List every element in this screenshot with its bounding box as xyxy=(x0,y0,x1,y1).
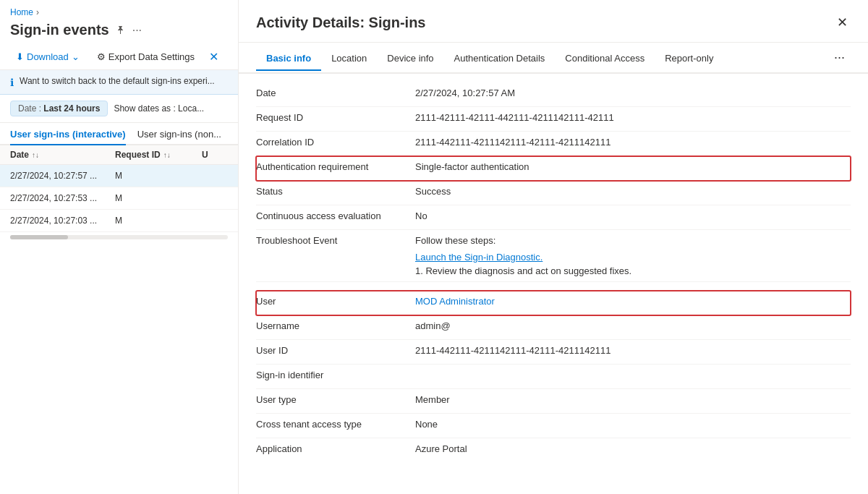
gear-icon: ⚙ xyxy=(97,51,106,62)
panel-tab-report-only[interactable]: Report-only xyxy=(655,46,723,71)
detail-value-user-id: 2111-442111-4211142111-42111-4211142111 xyxy=(415,345,851,356)
table-row[interactable]: 2/27/2024, 10:27:53 ... M xyxy=(0,187,238,210)
detail-label-date: Date xyxy=(256,88,415,98)
detail-label-request-id: Request ID xyxy=(256,112,415,123)
scrollbar-thumb xyxy=(10,235,68,239)
col-header-date: Date ↑↓ xyxy=(10,150,115,160)
cell-date: 2/27/2024, 10:27:57 ... xyxy=(10,171,115,181)
breadcrumb-home[interactable]: Home xyxy=(10,7,33,17)
detail-value-cross-tenant: None xyxy=(415,419,851,430)
detail-value-user-type: Member xyxy=(415,394,851,405)
date-filter-pill[interactable]: Date : Last 24 hours xyxy=(10,101,108,116)
detail-value-date: 2/27/2024, 10:27:57 AM xyxy=(415,88,851,98)
panel-tab-conditional-access[interactable]: Conditional Access xyxy=(555,46,655,71)
detail-row-application: Application Azure Portal xyxy=(256,438,851,463)
panel-tab-device[interactable]: Device info xyxy=(377,46,443,71)
pin-icon[interactable]: 🖈 xyxy=(115,24,127,37)
detail-row-signin-identifier: Sign-in identifier xyxy=(256,365,851,389)
page-title: Sign-in events xyxy=(10,22,109,38)
detail-row-user-id: User ID 2111-442111-4211142111-42111-421… xyxy=(256,340,851,365)
download-icon: ⬇ xyxy=(16,51,24,62)
horizontal-scrollbar[interactable] xyxy=(0,232,238,242)
show-dates-text: Show dates as : Loca... xyxy=(114,103,204,114)
close-panel-button[interactable]: ✕ xyxy=(834,12,851,33)
more-options-icon[interactable]: ··· xyxy=(132,24,142,37)
detail-row-user: User MOD Administrator xyxy=(256,291,851,315)
table-row[interactable]: 2/27/2024, 10:27:03 ... M xyxy=(0,210,238,232)
detail-label-user: User xyxy=(256,296,415,307)
panel-tab-location[interactable]: Location xyxy=(321,46,377,71)
panel-title: Activity Details: Sign-ins xyxy=(256,14,426,31)
panel-tabs-more-icon[interactable]: ··· xyxy=(828,43,851,72)
detail-row-request-id: Request ID 2111-42111-42111-442111-42111… xyxy=(256,107,851,132)
detail-row-username: Username admin@ xyxy=(256,315,851,340)
detail-value-username: admin@ xyxy=(415,320,851,331)
download-button[interactable]: ⬇ Download ⌄ xyxy=(10,48,85,65)
detail-label-username: Username xyxy=(256,320,415,331)
detail-value-continuous-access: No xyxy=(415,210,851,221)
troubleshoot-step: 1. Review the diagnosis and act on sugge… xyxy=(415,265,851,276)
scrollbar-track xyxy=(10,235,228,239)
detail-row-continuous-access: Continuous access evaluation No xyxy=(256,205,851,230)
breadcrumb-separator: › xyxy=(36,7,39,17)
detail-row-auth-requirement: Authentication requirement Single-factor… xyxy=(256,156,851,181)
detail-value-auth-requirement: Single-factor authentication xyxy=(415,161,851,172)
table-row[interactable]: 2/27/2024, 10:27:57 ... M xyxy=(0,165,238,187)
detail-value-status: Success xyxy=(415,186,851,197)
detail-row-date: Date 2/27/2024, 10:27:57 AM xyxy=(256,82,851,107)
detail-row-troubleshoot: Troubleshoot Event Follow these steps: L… xyxy=(256,230,851,282)
detail-label-cross-tenant: Cross tenant access type xyxy=(256,419,415,430)
detail-label-status: Status xyxy=(256,186,415,197)
detail-row-correlation-id: Correlation ID 2111-442111-4211142111-42… xyxy=(256,132,851,156)
detail-value-troubleshoot: Follow these steps: Launch the Sign-in D… xyxy=(415,235,851,276)
detail-label-continuous-access: Continuous access evaluation xyxy=(256,210,415,221)
tab-noninteractive[interactable]: User sign-ins (non... xyxy=(137,123,221,145)
panel-tab-basic[interactable]: Basic info xyxy=(256,46,321,71)
detail-value-user[interactable]: MOD Administrator xyxy=(415,296,851,307)
cell-date: 2/27/2024, 10:27:03 ... xyxy=(10,216,115,226)
cell-date: 2/27/2024, 10:27:53 ... xyxy=(10,193,115,203)
breadcrumb: Home › xyxy=(0,0,238,20)
cell-reqid: M xyxy=(115,193,202,203)
detail-value-correlation-id: 2111-442111-4211142111-42111-4211142111 xyxy=(415,137,851,148)
sort-reqid-icon[interactable]: ↑↓ xyxy=(163,151,171,159)
sort-date-icon[interactable]: ↑↓ xyxy=(32,151,39,159)
troubleshoot-follow: Follow these steps: xyxy=(415,235,851,246)
panel-content: Date 2/27/2024, 10:27:57 AM Request ID 2… xyxy=(239,74,868,494)
detail-value-request-id: 2111-42111-42111-442111-4211142111-42111 xyxy=(415,112,851,123)
cell-reqid: M xyxy=(115,171,202,181)
detail-label-auth-requirement: Authentication requirement xyxy=(256,161,415,172)
detail-label-application: Application xyxy=(256,443,415,454)
filter-date-label: Date : xyxy=(18,103,43,114)
detail-row-status: Status Success xyxy=(256,181,851,205)
info-banner-text: Want to switch back to the default sign-… xyxy=(20,76,215,86)
detail-row-cross-tenant: Cross tenant access type None xyxy=(256,414,851,438)
detail-label-user-type: User type xyxy=(256,394,415,405)
col-header-requestid: Request ID ↑↓ xyxy=(115,150,202,160)
detail-label-troubleshoot: Troubleshoot Event xyxy=(256,235,415,246)
close-filter-icon[interactable]: ✕ xyxy=(209,50,218,64)
panel-tab-auth-details[interactable]: Authentication Details xyxy=(444,46,556,71)
col-header-u: U xyxy=(202,150,228,160)
export-data-settings-button[interactable]: ⚙ Export Data Settings xyxy=(91,48,200,65)
detail-label-signin-identifier: Sign-in identifier xyxy=(256,370,415,380)
tab-interactive[interactable]: User sign-ins (interactive) xyxy=(10,123,126,145)
detail-row-user-type: User type Member xyxy=(256,389,851,414)
detail-label-user-id: User ID xyxy=(256,345,415,356)
filter-date-value: Last 24 hours xyxy=(43,103,100,114)
troubleshoot-link[interactable]: Launch the Sign-in Diagnostic. xyxy=(415,252,851,263)
cell-reqid: M xyxy=(115,216,202,226)
detail-label-correlation-id: Correlation ID xyxy=(256,137,415,148)
info-icon: ℹ xyxy=(10,77,14,88)
detail-value-application: Azure Portal xyxy=(415,443,851,454)
download-chevron-icon: ⌄ xyxy=(72,51,80,62)
